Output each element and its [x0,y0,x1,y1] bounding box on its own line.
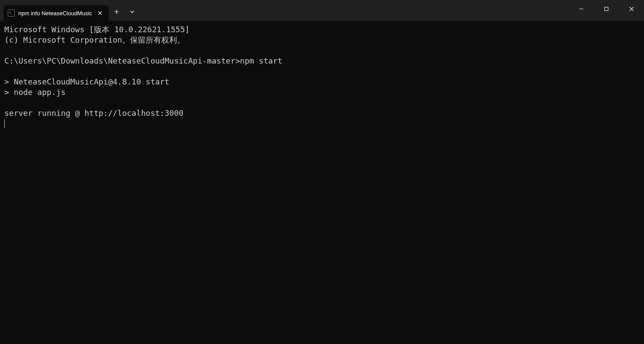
new-tab-button[interactable] [109,4,124,20]
maximize-button[interactable] [594,0,619,17]
tabs-area: >_ npm info NeteaseCloudMusic [0,0,140,21]
terminal-line: Microsoft Windows [版本 10.0.22621.1555] [4,25,190,34]
terminal-tab[interactable]: >_ npm info NeteaseCloudMusic [3,5,109,21]
terminal-output[interactable]: Microsoft Windows [版本 10.0.22621.1555] (… [0,21,644,132]
terminal-line: > NeteaseCloudMusicApi@4.8.10 start [4,77,169,86]
tab-actions [109,0,140,21]
terminal-line: (c) Microsoft Corporation。保留所有权利。 [4,35,185,44]
terminal-icon: >_ [8,10,15,17]
close-button[interactable] [619,0,644,17]
terminal-line: C:\Users\PC\Downloads\NeteaseCloudMusicA… [4,56,282,65]
terminal-line: server running @ http://localhost:3000 [4,108,184,118]
titlebar: >_ npm info NeteaseCloudMusic [0,0,644,21]
tab-dropdown-button[interactable] [124,4,140,20]
svg-rect-0 [604,7,608,10]
window-controls [568,0,644,17]
tab-title: npm info NeteaseCloudMusic [18,10,92,17]
minimize-button[interactable] [568,0,594,17]
tab-close-button[interactable] [96,9,104,17]
cursor [4,119,5,128]
terminal-line: > node app.js [4,88,66,97]
